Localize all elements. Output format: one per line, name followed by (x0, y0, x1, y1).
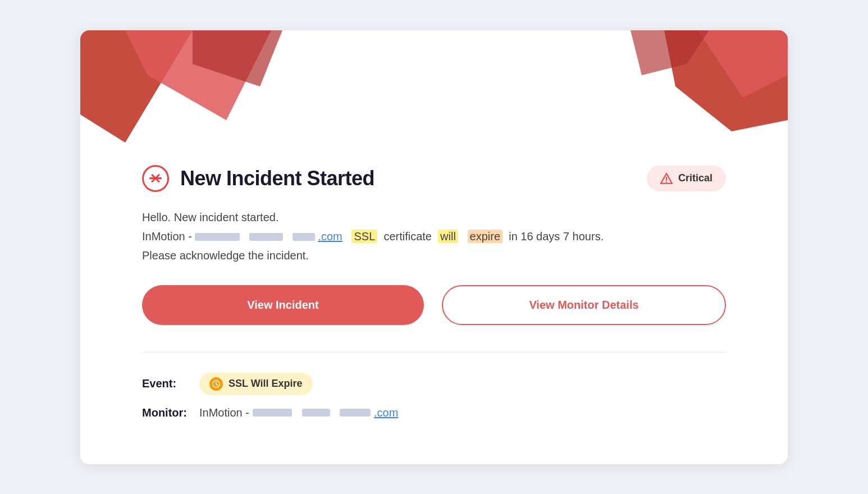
message-line-3: Please acknowledge the incident. (142, 246, 726, 265)
domain-link[interactable]: .com (318, 230, 342, 243)
message-line-2: InMotion - .com SSL certificate will exp… (142, 227, 726, 246)
suffix-text: in 16 days 7 hours. (509, 230, 604, 243)
warning-triangle-icon (660, 172, 673, 185)
redacted-2 (249, 233, 283, 241)
section-divider (142, 352, 726, 353)
critical-badge-label: Critical (678, 172, 712, 184)
notification-card: New Incident Started Critical Hello. New… (80, 30, 788, 464)
x-cross-shape (149, 172, 162, 185)
event-badge-text: SSL Will Expire (229, 378, 303, 390)
clock-icon (209, 377, 223, 391)
monitor-redacted-3 (340, 409, 371, 417)
view-incident-button[interactable]: View Incident (142, 285, 424, 325)
svg-point-8 (666, 181, 667, 182)
message-prefix: InMotion - (142, 230, 195, 243)
svg-line-11 (216, 384, 218, 385)
message-line-1: Hello. New incident started. (142, 208, 726, 227)
monitor-label: Monitor: (142, 406, 193, 419)
message-body: Hello. New incident started. InMotion - … (142, 208, 726, 265)
critical-badge: Critical (647, 166, 726, 191)
event-row: Event: SSL Will Expire (142, 373, 726, 395)
header-row: New Incident Started Critical (142, 165, 726, 192)
will-highlight: will (438, 230, 458, 243)
monitor-redacted-2 (302, 409, 330, 417)
ssl-highlight: SSL (351, 230, 377, 243)
certificate-text: certificate (383, 230, 432, 243)
title-area: New Incident Started (142, 165, 374, 192)
view-monitor-button[interactable]: View Monitor Details (442, 285, 726, 325)
buttons-row: View Incident View Monitor Details (142, 285, 726, 325)
incident-title: New Incident Started (180, 167, 374, 190)
monitor-redacted-1 (253, 409, 292, 417)
incident-x-icon (142, 165, 169, 192)
expire-highlight: expire (468, 230, 502, 243)
redacted-1 (195, 233, 240, 241)
event-badge: SSL Will Expire (199, 373, 313, 395)
monitor-row: Monitor: InMotion - .com (142, 406, 726, 419)
card-body: New Incident Started Critical Hello. New… (80, 30, 788, 464)
redacted-3 (293, 233, 315, 241)
monitor-prefix: InMotion - (199, 406, 249, 419)
monitor-domain-link[interactable]: .com (374, 406, 398, 419)
event-label: Event: (142, 377, 193, 390)
monitor-value: InMotion - .com (199, 406, 398, 419)
